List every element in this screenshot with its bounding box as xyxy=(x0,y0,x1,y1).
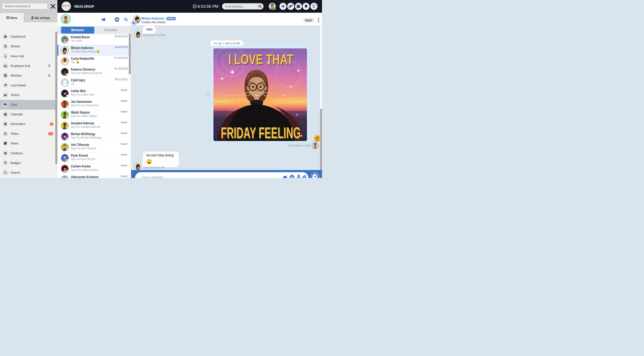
svg-text:FRIDAY FEELING: FRIDAY FEELING xyxy=(221,124,301,141)
svg-text:I LOVE THAT: I LOVE THAT xyxy=(228,52,293,67)
